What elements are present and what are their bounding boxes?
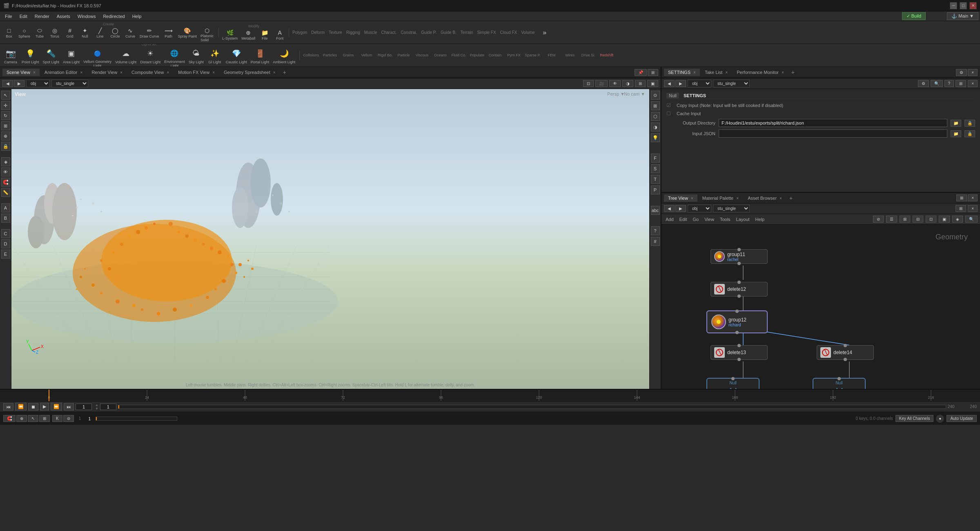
tool-grid[interactable]: #Grid	[62, 26, 77, 43]
viewport-snap[interactable]: ⊡	[583, 80, 594, 87]
node-obj-dropdown[interactable]: obj	[688, 205, 711, 212]
menu-assets[interactable]: Assets	[53, 13, 74, 20]
settings-help[interactable]: ?	[944, 80, 954, 87]
tool-move[interactable]: ✛	[1, 101, 10, 110]
tool-view-sel[interactable]: ◈	[1, 157, 10, 166]
viewport-layout-button[interactable]: ⊞	[648, 69, 658, 76]
viewport-shade[interactable]: ◑	[622, 80, 633, 87]
light-toggle[interactable]: 💡	[651, 133, 660, 142]
tab-material-palette[interactable]: Material Palette ×	[698, 194, 743, 202]
nav-back-button[interactable]: ◀	[2, 80, 13, 87]
viewport-more[interactable]: ⊞	[635, 80, 646, 87]
tool-portal-light[interactable]: 🚪 Portal Light	[249, 46, 271, 67]
tool-area-light[interactable]: ▣ Area Light	[61, 46, 81, 67]
build-button[interactable]: ✓ Build	[902, 12, 926, 20]
frame-slider[interactable]	[118, 405, 946, 409]
node-out-rest[interactable]: Null ✕ OUT_REST	[706, 378, 760, 389]
tool-sphere[interactable]: ○Sphere	[17, 26, 32, 43]
tool-measure[interactable]: 📏	[1, 188, 10, 197]
view-side[interactable]: S	[651, 164, 660, 173]
tool-lsystem[interactable]: 🌿L-System	[220, 28, 239, 41]
view-front[interactable]: F	[651, 154, 660, 163]
vis-button[interactable]: ?	[651, 226, 660, 235]
tool-gi-light[interactable]: ✨ Gl Light	[206, 46, 224, 67]
tool-box[interactable]: □Box	[2, 26, 16, 43]
frame-input[interactable]	[76, 404, 92, 410]
tab-composite-view[interactable]: Composite View ×	[127, 69, 173, 76]
node-tb-i3[interactable]: ⊞	[900, 216, 910, 223]
node-tb-i1[interactable]: ⊘	[873, 216, 884, 223]
toolbar-expand[interactable]: »	[537, 28, 552, 37]
settings-float[interactable]: ⊞	[956, 80, 966, 87]
node-node-dropdown[interactable]: stu_single	[713, 205, 750, 212]
viewport-cam[interactable]: 🎥	[595, 80, 608, 87]
input-json-browse[interactable]: 📁	[951, 130, 961, 137]
abc-label[interactable]: abc	[651, 206, 660, 215]
node-menu-view[interactable]: View	[703, 216, 716, 223]
snap-toggle[interactable]: ⊙	[651, 91, 660, 100]
settings-obj-dropdown[interactable]: obj	[688, 80, 711, 87]
frame-slider-input[interactable]	[100, 404, 116, 410]
node-menu-add[interactable]: Add	[664, 216, 675, 223]
node-panel-float[interactable]: ⊞	[956, 194, 967, 201]
output-dir-input[interactable]	[719, 119, 947, 127]
output-dir-lock[interactable]: 🔒	[964, 120, 975, 127]
node-menu-edit[interactable]: Edit	[678, 216, 689, 223]
view-persp[interactable]: P	[651, 185, 660, 194]
tool-a[interactable]: A	[1, 203, 10, 212]
tool-caustic-light[interactable]: 💎 Caustic Light	[224, 46, 249, 67]
tool-point-light[interactable]: 💡 Point Light	[20, 46, 41, 67]
node-add-tab[interactable]: +	[787, 195, 795, 201]
tab-motion-fx[interactable]: Motion FX View ×	[174, 69, 219, 76]
transport-start[interactable]: ⏮	[3, 403, 13, 411]
key-all-channels-btn[interactable]: Key All Channels	[895, 415, 934, 422]
viewport-layout2[interactable]: ▣	[647, 80, 658, 87]
tool-curve[interactable]: ∿Curve	[123, 26, 138, 43]
status-align-btn[interactable]: ⊞	[39, 415, 50, 422]
node-tb-i6[interactable]: ▣	[939, 216, 950, 223]
status-handle-btn[interactable]: ↖	[28, 415, 38, 422]
menu-windows[interactable]: Windows	[74, 13, 99, 20]
tool-circle[interactable]: ◯Circle	[108, 26, 122, 43]
tool-draw-curve[interactable]: ✏Draw Curve	[138, 26, 161, 43]
menu-render[interactable]: Render	[31, 13, 53, 20]
nav-forward-button[interactable]: ▶	[14, 80, 24, 87]
node-delete14[interactable]: ╲ delete14	[817, 345, 874, 360]
main-button[interactable]: ⚓ Main ▼	[947, 12, 978, 20]
menu-redirected[interactable]: Redirected	[100, 13, 128, 20]
wire-toggle[interactable]: ⬡	[651, 112, 660, 121]
tool-rotate[interactable]: ↻	[1, 111, 10, 120]
tool-null[interactable]: ✦Null	[78, 26, 92, 43]
input-json-input[interactable]	[719, 129, 947, 138]
anim-slider[interactable]	[96, 417, 177, 421]
tool-vellum-geo-light[interactable]: 🔵 Vellum GeometryLight	[82, 46, 113, 67]
tab-settings[interactable]: SETTINGS ×	[664, 69, 700, 76]
tool-metaball[interactable]: ⊕Metaball	[240, 28, 257, 41]
transport-prev-key[interactable]: ⏪	[15, 403, 27, 411]
node-float2[interactable]: ⊞	[956, 205, 966, 212]
status-key2-btn[interactable]: ⊘	[63, 415, 74, 422]
add-tab-button[interactable]: +	[281, 69, 289, 76]
grid-button[interactable]: #	[651, 237, 660, 246]
right-panel-close[interactable]: ×	[968, 69, 978, 76]
settings-close[interactable]: ×	[968, 80, 978, 87]
node-delete13[interactable]: ╲ delete13	[710, 345, 768, 360]
tool-font[interactable]: AFont	[272, 28, 287, 41]
tool-select[interactable]: ↖	[1, 91, 10, 100]
tab-geometry-spreadsheet[interactable]: Geometry Spreadsheet ×	[220, 69, 280, 76]
tool-e[interactable]: E	[1, 250, 10, 259]
tool-path[interactable]: ⟿Path	[161, 26, 176, 43]
settings-search[interactable]: 🔍	[931, 80, 943, 87]
node-dropdown-left[interactable]: stu_single	[51, 80, 88, 87]
menu-edit[interactable]: Edit	[16, 13, 31, 20]
status-snap-btn[interactable]: 🧲	[3, 415, 16, 422]
tool-torus[interactable]: ◎Torus	[47, 26, 62, 43]
context-dropdown[interactable]: obj	[26, 80, 50, 87]
tool-camera[interactable]: 📷 Camera	[2, 46, 20, 67]
right-panel-options[interactable]: ⚙	[956, 69, 967, 76]
tab-performance-monitor[interactable]: Performance Monitor ×	[733, 69, 788, 76]
tab-tree-view[interactable]: Tree View ×	[664, 194, 697, 202]
view-top[interactable]: T	[651, 175, 660, 184]
maximize-button[interactable]: □	[960, 2, 967, 9]
tool-c[interactable]: C	[1, 229, 10, 238]
